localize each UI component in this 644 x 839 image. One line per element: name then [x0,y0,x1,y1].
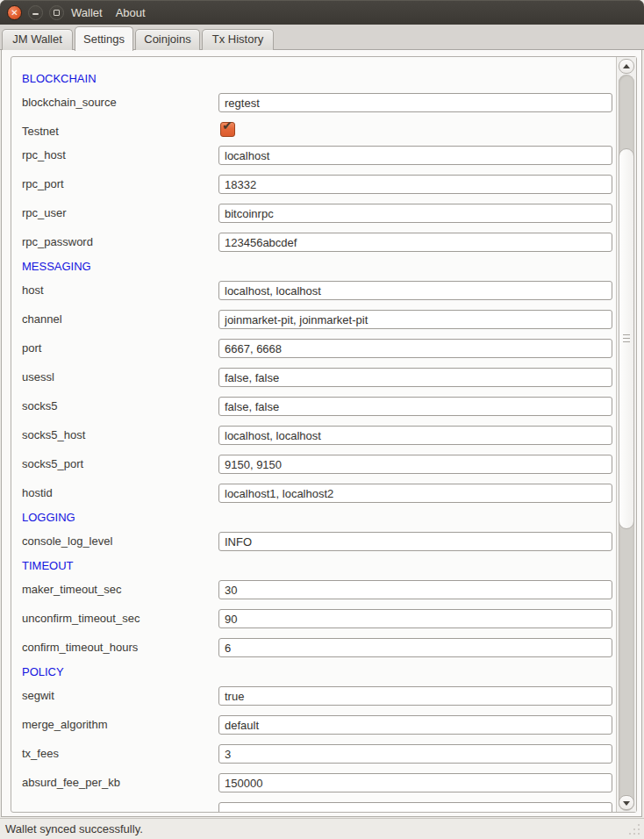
blockchain-source-input[interactable] [218,93,612,112]
menubar: Wallet About [69,0,147,25]
section-header-timeout: TIMEOUT [22,556,616,576]
field-label: socks5 [22,397,57,416]
maximize-button[interactable] [49,5,64,20]
settings-viewport: BLOCKCHAINblockchain_sourceTestnet✔rpc_h… [11,57,616,812]
tab-jm-wallet[interactable]: JM Wallet [2,29,73,50]
settings-row: tx_fees [22,740,616,769]
vertical-scrollbar[interactable] [616,57,636,812]
settings-row: rpc_user [22,199,616,228]
field-label: Testnet [22,122,59,141]
settings-row: Testnet✔ [22,118,616,141]
rpc-user-input[interactable] [218,204,612,223]
unconfirm-timeout-sec-input[interactable] [218,609,612,628]
field-label: absurd_fee_per_kb [22,773,120,792]
testnet-checkbox[interactable]: ✔ [220,122,235,137]
settings-row: hostid [22,479,616,508]
grip-icon [623,334,630,345]
menu-wallet[interactable]: Wallet [69,5,104,20]
scroll-up-button[interactable] [619,59,634,74]
tab-coinjoins[interactable]: Coinjoins [135,29,200,50]
app-window: ✕ Wallet About JM Wallet Settings Coinjo… [0,0,644,839]
host-input[interactable] [218,281,612,300]
field-label: rpc_password [22,233,93,252]
close-icon: ✕ [8,6,21,19]
usessl-input[interactable] [218,368,612,387]
settings-row: unconfirm_timeout_sec [22,605,616,634]
field-label: segwit [22,686,54,706]
settings-row: host [22,276,616,305]
hostid-input[interactable] [218,484,612,503]
settings-row: segwit [22,682,616,711]
channel-input[interactable] [218,310,612,329]
segwit-input[interactable] [218,686,612,706]
minimize-icon [32,13,39,15]
section-header-logging: LOGGING [22,508,616,527]
absurd-fee-per-kb-input[interactable] [218,773,612,792]
settings-row: port [22,334,616,363]
settings-scroll-area: BLOCKCHAINblockchain_sourceTestnet✔rpc_h… [11,56,637,813]
confirm-timeout-hours-input[interactable] [218,638,612,657]
arrow-up-icon [623,64,630,68]
field-label: maker_timeout_sec [22,580,121,599]
scrollbar-thumb[interactable] [619,148,634,529]
tab-settings[interactable]: Settings [75,26,133,51]
settings-form: BLOCKCHAINblockchain_sourceTestnet✔rpc_h… [11,57,616,812]
field-label: console_log_level [22,532,112,551]
status-message: Wallet synced successfully. [5,819,143,839]
rpc-password-input[interactable] [218,233,612,252]
settings-row: socks5 [22,392,616,421]
scroll-down-button[interactable] [619,795,634,810]
field-label: rpc_host [22,146,66,165]
settings-row [22,798,616,812]
field-label: usessl [22,368,54,387]
settings-row: channel [22,305,616,334]
port-input[interactable] [218,339,612,358]
settings-row: socks5_port [22,450,616,479]
rpc-port-input[interactable] [218,175,612,194]
settings-row: console_log_level [22,527,616,556]
resize-grip-icon[interactable] [628,823,640,835]
close-button[interactable]: ✕ [7,5,22,20]
field-label: confirm_timeout_hours [22,638,138,657]
arrow-down-icon [623,801,630,806]
menu-about[interactable]: About [114,5,147,20]
settings-row: rpc_port [22,170,616,199]
field-label: channel [22,310,62,329]
tab-bar: JM Wallet Settings Coinjoins Tx History [0,25,644,50]
maker-timeout-sec-input[interactable] [218,580,612,599]
titlebar[interactable]: ✕ Wallet About [0,0,644,25]
settings-row: confirm_timeout_hours [22,634,616,663]
field-label: merge_algorithm [22,715,108,735]
status-bar: Wallet synced successfully. [0,818,644,839]
field-label: tx_fees [22,744,59,764]
field-label: unconfirm_timeout_sec [22,609,140,628]
settings-row: blockchain_source [22,89,616,118]
tab-tx-history[interactable]: Tx History [202,29,274,50]
maximize-icon [54,10,60,16]
field-label: rpc_port [22,175,64,194]
console-log-level-input[interactable] [218,532,612,551]
checkmark-icon: ✔ [222,118,233,133]
merge-algorithm-input[interactable] [218,715,612,735]
field-label: hostid [22,484,53,503]
section-header-blockchain: BLOCKCHAIN [22,69,616,89]
rpc-host-input[interactable] [218,146,612,165]
settings-row: maker_timeout_sec [22,576,616,605]
socks5-input[interactable] [218,397,612,416]
socks5-port-input[interactable] [218,455,612,474]
field-label: port [22,339,41,358]
socks5-host-input[interactable] [218,426,612,445]
minimize-button[interactable] [28,5,43,20]
field-label: rpc_user [22,204,67,223]
field-label: socks5_host [22,426,85,445]
settings-row: rpc_password [22,228,616,257]
field-label: socks5_port [22,455,83,474]
section-header-policy: POLICY [22,663,616,682]
settings-row: usessl [22,363,616,392]
section-header-messaging: MESSAGING [22,257,616,276]
field-label: blockchain_source [22,93,117,112]
settings-row: merge_algorithm [22,711,616,740]
clipped-input[interactable] [218,802,612,812]
settings-row: absurd_fee_per_kb [22,769,616,798]
tx-fees-input[interactable] [218,744,612,764]
